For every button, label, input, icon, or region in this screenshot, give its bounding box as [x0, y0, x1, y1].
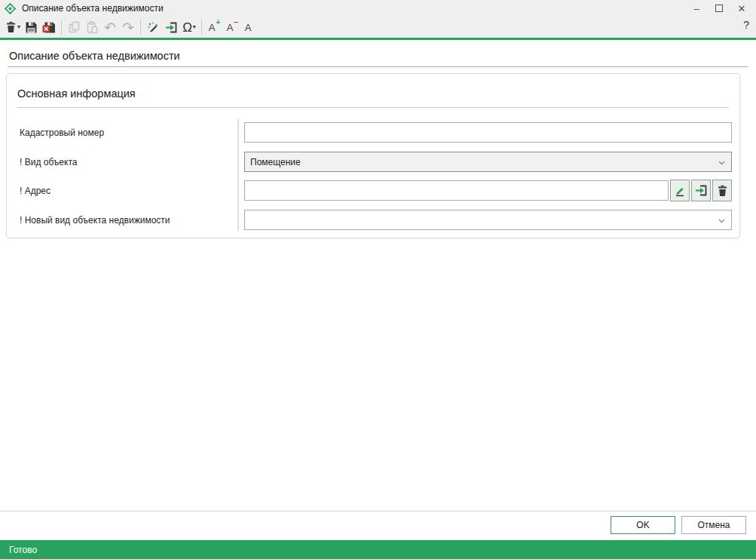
toolbar-separator [201, 20, 202, 35]
save-icon [25, 21, 38, 34]
undo-button[interactable]: ↶ [101, 18, 119, 36]
toolbar-separator [140, 20, 141, 35]
footer-rule [0, 511, 756, 511]
form-row-address: ! Адрес [7, 180, 739, 201]
magic-wand-button[interactable] [144, 18, 162, 36]
section-title: Основная информация [17, 88, 136, 100]
maximize-button[interactable] [708, 0, 730, 17]
cadastral-number-input[interactable] [244, 122, 732, 143]
insert-arrow-icon [164, 21, 178, 34]
form-row-cadastral-number: Кадастровый номер [7, 122, 739, 143]
font-reset-icon: A [245, 23, 256, 32]
redo-icon: ↷ [122, 20, 134, 35]
maximize-icon [715, 5, 723, 12]
field-label: Кадастровый номер [20, 122, 104, 143]
trash-icon [717, 185, 728, 197]
address-input[interactable] [244, 180, 669, 201]
new-object-kind-select[interactable] [244, 210, 732, 230]
chevron-down-icon: ▾ [193, 24, 196, 30]
omega-icon: Ω [182, 21, 192, 34]
font-reset-button[interactable]: A [241, 18, 259, 36]
insert-arrow-icon [694, 184, 708, 197]
main-info-card: Основная информация Кадастровый номер ! … [6, 73, 740, 238]
font-increase-button[interactable]: A+ [205, 18, 223, 36]
save-button[interactable] [22, 18, 40, 36]
delete-dropdown-button[interactable]: ▾ [4, 18, 22, 36]
insert-button[interactable] [162, 18, 180, 36]
trash-icon [5, 21, 17, 33]
object-kind-value: Помещение [250, 157, 301, 167]
titlebar: Описание объекта недвижимости – ✕ [0, 0, 756, 17]
magic-wand-icon [147, 21, 160, 34]
page-title: Описание объекта недвижимости [9, 50, 180, 62]
chevron-down-icon: ▾ [17, 24, 20, 30]
toolbar: ▾ [0, 17, 756, 38]
status-text: Готово [9, 545, 37, 555]
address-insert-button[interactable] [691, 180, 711, 201]
close-button[interactable]: ✕ [730, 0, 753, 17]
window-controls: – ✕ [685, 0, 753, 17]
pencil-icon [674, 185, 686, 197]
field-label: ! Вид объекта [20, 152, 77, 172]
chevron-down-icon [718, 161, 725, 165]
save-close-icon [42, 21, 56, 34]
form-row-object-kind: ! Вид объекта Помещение [7, 152, 739, 172]
paste-button[interactable] [83, 18, 101, 36]
ok-button[interactable]: OK [611, 516, 675, 534]
section-rule [17, 107, 729, 108]
cancel-button[interactable]: Отмена [681, 516, 746, 534]
special-char-button[interactable]: Ω ▾ [180, 18, 198, 36]
minimize-button[interactable]: – [685, 0, 708, 17]
window-title: Описание объекта недвижимости [22, 3, 164, 14]
dialog-window: Описание объекта недвижимости – ✕ ▾ [0, 0, 756, 559]
field-label: ! Адрес [20, 180, 51, 201]
address-delete-button[interactable] [712, 180, 732, 201]
save-close-button[interactable] [40, 18, 58, 36]
font-increase-icon: A+ [209, 23, 220, 32]
redo-button[interactable]: ↷ [119, 18, 137, 36]
field-label: ! Новый вид объекта недвижимости [20, 210, 170, 230]
accent-divider [0, 38, 756, 40]
font-decrease-button[interactable]: A− [223, 18, 241, 36]
toolbar-separator [61, 20, 62, 35]
object-kind-select[interactable]: Помещение [244, 152, 732, 172]
page-title-rule [8, 66, 748, 67]
form-row-new-object-kind: ! Новый вид объекта недвижимости [7, 210, 739, 230]
status-bar: Готово [0, 540, 756, 559]
copy-button[interactable] [65, 18, 83, 36]
help-button[interactable]: ? [743, 19, 749, 31]
undo-icon: ↶ [104, 20, 116, 35]
chevron-down-icon [718, 219, 725, 223]
address-edit-button[interactable] [670, 180, 690, 201]
copy-icon [68, 21, 81, 34]
font-decrease-icon: A− [227, 23, 238, 32]
geo-point-app-icon [5, 3, 16, 14]
paste-icon [86, 21, 99, 34]
